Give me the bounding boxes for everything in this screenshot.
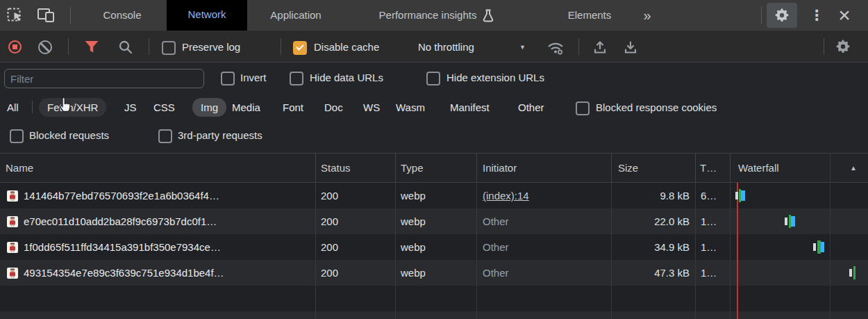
chevron-down-icon[interactable]: ▼: [519, 40, 526, 54]
third-party-requests-checkbox[interactable]: [158, 129, 172, 143]
blocked-requests-checkbox[interactable]: [10, 129, 24, 143]
record-network-log-button[interactable]: [8, 40, 22, 54]
image-preview-thumbnail: [7, 190, 18, 202]
type-filter-manifest[interactable]: Manifest: [450, 98, 490, 117]
network-settings-gear-icon[interactable]: [835, 38, 851, 55]
preserve-log-checkbox[interactable]: [162, 41, 176, 55]
tab-performance-insights-label: Performance insights: [379, 0, 477, 31]
waterfall-cell: [731, 260, 868, 286]
column-header-time[interactable]: T…: [696, 154, 731, 182]
request-time: 1…: [696, 208, 731, 234]
import-har-icon[interactable]: [592, 39, 608, 56]
empty-row-stripe: [0, 286, 868, 311]
type-filter-other[interactable]: Other: [518, 98, 544, 117]
filter-funnel-icon[interactable]: [83, 40, 100, 54]
clear-network-log-icon[interactable]: [38, 40, 52, 54]
tab-application[interactable]: Application: [247, 0, 344, 31]
type-filter-fetch-xhr[interactable]: Fetch/XHR: [39, 98, 106, 117]
hide-data-urls-label[interactable]: Hide data URLs: [310, 71, 383, 85]
table-row[interactable]: e70ec011d10add2ba28f9c6973b7dc0f1… 200 w…: [0, 208, 868, 234]
blocked-response-cookies-checkbox[interactable]: [576, 101, 590, 115]
request-size: 9.8 kB: [612, 183, 696, 208]
initiator-link[interactable]: (index):14: [483, 183, 529, 208]
sort-ascending-icon[interactable]: ▲: [850, 154, 857, 182]
column-header-waterfall[interactable]: Waterfall ▲: [731, 154, 868, 182]
close-devtools-icon[interactable]: ×: [833, 3, 856, 27]
disable-cache-label[interactable]: Disable cache: [314, 40, 379, 54]
request-size: 47.3 kB: [612, 260, 696, 286]
tab-network[interactable]: Network: [167, 0, 247, 33]
third-party-requests-label[interactable]: 3rd-party requests: [178, 129, 262, 142]
type-filter-media[interactable]: Media: [232, 98, 260, 117]
request-name: 1f0dd65f511ffd34415a391bf350e7934ce…: [24, 234, 221, 260]
toolbar-separator: [281, 38, 281, 55]
image-preview-thumbnail: [7, 216, 18, 227]
hide-extension-urls-checkbox[interactable]: [426, 72, 440, 85]
type-filter-all[interactable]: All: [7, 98, 19, 117]
request-status: 200: [316, 260, 396, 286]
invert-label[interactable]: Invert: [240, 71, 267, 85]
toolbar-separator: [70, 7, 71, 24]
type-filter-ws[interactable]: WS: [363, 98, 380, 117]
request-time: 1…: [696, 260, 731, 286]
waterfall-cell: [731, 208, 868, 234]
preserve-log-label[interactable]: Preserve log: [182, 40, 240, 54]
hide-data-urls-checkbox[interactable]: [290, 72, 303, 85]
request-status: 200: [316, 208, 396, 234]
hide-extension-urls-label[interactable]: Hide extension URLs: [446, 71, 544, 85]
tab-elements[interactable]: Elements: [531, 0, 649, 31]
throttling-select[interactable]: No throttling: [418, 40, 474, 54]
request-type: webp: [396, 208, 477, 234]
type-filter-wasm[interactable]: Wasm: [396, 98, 425, 117]
column-header-name[interactable]: Name: [0, 154, 316, 182]
blocked-response-cookies-label[interactable]: Blocked response cookies: [596, 101, 717, 115]
request-name: 493154354e7e89c3f639c751e934d1be4f…: [24, 260, 224, 286]
waterfall-cell: [731, 183, 868, 208]
toggle-device-toolbar-icon[interactable]: [36, 7, 57, 24]
more-tabs-icon[interactable]: »: [633, 0, 661, 31]
type-filter-doc[interactable]: Doc: [324, 98, 343, 117]
request-name: e70ec011d10add2ba28f9c6973b7dc0f1…: [24, 208, 217, 234]
export-har-icon[interactable]: [622, 39, 639, 56]
network-toolbar: Preserve log Disable cache No throttling…: [0, 31, 868, 63]
toolbar-separator: [824, 38, 824, 55]
requests-table: Name Status Type Initiator Size T… Water…: [0, 154, 868, 319]
type-filter-img[interactable]: Img: [192, 98, 226, 117]
settings-gear-icon[interactable]: [767, 3, 797, 28]
toolbar-separator: [761, 7, 762, 24]
type-filter-js[interactable]: JS: [124, 98, 137, 117]
type-filter-css[interactable]: CSS: [153, 98, 175, 117]
request-status: 200: [316, 234, 396, 260]
invert-checkbox[interactable]: [221, 72, 235, 85]
devtools-tab-bar: Console Network Application Performance …: [0, 0, 868, 31]
network-filter-band: Invert Hide data URLs Hide extension URL…: [0, 63, 868, 154]
request-status: 200: [316, 183, 396, 208]
network-conditions-icon[interactable]: [546, 40, 565, 56]
initiator-text: Other: [483, 234, 509, 260]
search-icon[interactable]: [118, 40, 133, 55]
disable-cache-checkbox[interactable]: [293, 41, 307, 55]
inspect-element-icon[interactable]: [7, 7, 25, 24]
table-row[interactable]: 1f0dd65f511ffd34415a391bf350e7934ce… 200…: [0, 234, 868, 260]
image-preview-thumbnail: [7, 242, 18, 253]
column-header-initiator[interactable]: Initiator: [477, 154, 612, 182]
toolbar-separator: [149, 38, 149, 55]
column-header-status[interactable]: Status: [316, 154, 396, 182]
tab-performance-insights[interactable]: Performance insights: [344, 0, 529, 31]
table-row[interactable]: 493154354e7e89c3f639c751e934d1be4f… 200 …: [0, 260, 868, 286]
tab-console[interactable]: Console: [78, 0, 167, 31]
blocked-requests-label[interactable]: Blocked requests: [29, 129, 109, 142]
request-type: webp: [396, 234, 477, 260]
table-row[interactable]: 141464b77ebd76570693f2e1a6b0364f4… 200 w…: [0, 183, 868, 208]
filter-input[interactable]: [4, 69, 204, 88]
type-filter-font[interactable]: Font: [283, 98, 303, 117]
column-header-type[interactable]: Type: [396, 154, 477, 182]
request-size: 22.0 kB: [612, 208, 696, 234]
waterfall-cell: [731, 234, 868, 260]
kebab-menu-icon[interactable]: ⋮: [808, 6, 825, 25]
initiator-text: Other: [483, 208, 509, 234]
column-header-size[interactable]: Size: [612, 154, 696, 182]
request-size: 34.9 kB: [612, 234, 696, 260]
toolbar-separator: [68, 38, 69, 55]
request-type: webp: [396, 260, 477, 286]
